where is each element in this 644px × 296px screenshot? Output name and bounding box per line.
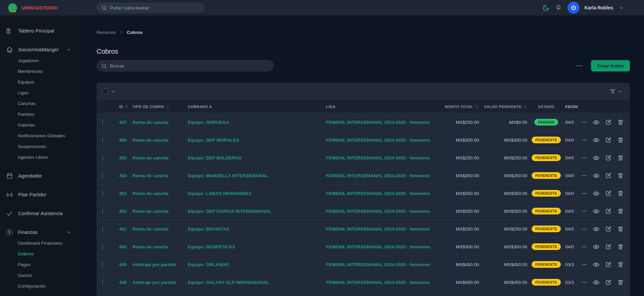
sidebar-subitem[interactable]: Ligas xyxy=(0,87,80,98)
sidebar-subitem[interactable]: Dashboard Financiero xyxy=(0,238,80,248)
delete-trash-icon[interactable] xyxy=(617,119,624,126)
column-header-id[interactable]: ID xyxy=(114,105,132,109)
sidebar-item-agendador[interactable]: Agendador xyxy=(0,170,80,181)
cell-liga[interactable]: FEMENIL INTERSEMANAL 2024-2025 - femenin… xyxy=(326,173,441,178)
sidebar-subitem[interactable]: Cobros xyxy=(0,248,80,259)
cell-id[interactable]: 452 xyxy=(114,209,132,214)
cell-id[interactable]: 453 xyxy=(114,191,132,196)
delete-trash-icon[interactable] xyxy=(617,226,624,232)
row-more-actions-icon[interactable] xyxy=(581,137,587,143)
cell-cobrado-a[interactable]: Equipo: ORLANDO xyxy=(188,262,326,267)
cell-tipo-de-cobro[interactable]: Renta de cancha xyxy=(132,138,188,143)
cell-id[interactable]: 450 xyxy=(114,244,132,249)
sidebar-subitem[interactable]: Gastos xyxy=(0,270,80,281)
sidebar-item-confirmar-asistencia[interactable]: Confirmar Asistencia xyxy=(0,208,80,219)
select-all-checkbox[interactable] xyxy=(102,89,108,94)
view-eye-icon[interactable] xyxy=(593,172,600,179)
cell-cobrado-a[interactable]: Equipo: LOBAS HERNANDEZ xyxy=(188,191,326,196)
cell-cobrado-a[interactable]: Equipo: BICHOTAS xyxy=(188,227,326,232)
row-checkbox[interactable] xyxy=(102,191,103,196)
edit-pencil-icon[interactable] xyxy=(605,243,612,250)
row-more-actions-icon[interactable] xyxy=(581,190,587,197)
sidebar-subitem[interactable]: Notificaciones Globales xyxy=(0,130,80,141)
sidebar-item-tablero-principal[interactable]: Tablero Principal xyxy=(0,26,80,36)
row-more-actions-icon[interactable] xyxy=(581,119,587,126)
row-more-actions-icon[interactable] xyxy=(581,155,587,161)
delete-trash-icon[interactable] xyxy=(617,261,624,268)
edit-pencil-icon[interactable] xyxy=(605,226,612,232)
edit-pencil-icon[interactable] xyxy=(605,172,612,179)
column-header-liga[interactable]: LIGA xyxy=(326,105,441,109)
cell-id[interactable]: 454 xyxy=(114,173,132,178)
column-header-estado[interactable]: ESTADO xyxy=(527,105,565,109)
cell-liga[interactable]: FEMENIL INTERSEMANAL 2024-2025 - femenin… xyxy=(326,138,441,143)
column-header-tipo[interactable]: TIPO DE COBRO xyxy=(132,105,188,109)
more-actions-icon[interactable] xyxy=(576,62,583,69)
row-more-actions-icon[interactable] xyxy=(581,172,587,179)
column-header-saldo-pendiente[interactable]: SALDO PENDIENTE xyxy=(479,105,527,109)
edit-pencil-icon[interactable] xyxy=(605,119,612,126)
sidebar-item-pitar-partido[interactable]: Pitar Partido! xyxy=(0,189,80,200)
row-more-actions-icon[interactable] xyxy=(581,226,587,232)
cell-tipo-de-cobro[interactable]: Renta de cancha xyxy=(132,244,188,249)
sidebar-group-soccerhubmanger[interactable]: SoccerHubManger xyxy=(0,44,80,55)
sidebar-subitem[interactable]: Configuración xyxy=(0,281,80,291)
sidebar-subitem[interactable]: Canchas xyxy=(0,98,80,109)
delete-trash-icon[interactable] xyxy=(617,137,624,143)
cell-cobrado-a[interactable]: Equipo: DEP MORALES xyxy=(188,138,326,143)
cell-id[interactable]: 449 xyxy=(114,262,132,267)
create-cobro-button[interactable]: Crear Cobro xyxy=(591,60,630,71)
delete-trash-icon[interactable] xyxy=(617,190,624,197)
cell-tipo-de-cobro[interactable]: Renta de cancha xyxy=(132,173,188,178)
view-eye-icon[interactable] xyxy=(593,226,600,233)
cell-cobrado-a[interactable]: Equipo: DESERTICAS xyxy=(188,244,326,249)
cell-id[interactable]: 455 xyxy=(114,155,132,160)
delete-trash-icon[interactable] xyxy=(617,172,624,179)
sidebar-group-finanzas[interactable]: $ Finanzas xyxy=(0,227,80,238)
row-checkbox[interactable] xyxy=(102,208,103,214)
delete-trash-icon[interactable] xyxy=(617,243,624,250)
cell-id[interactable]: 451 xyxy=(114,227,132,232)
view-eye-icon[interactable] xyxy=(593,243,600,250)
cell-tipo-de-cobro[interactable]: Arbitraje por partido xyxy=(132,280,188,285)
delete-trash-icon[interactable] xyxy=(617,208,624,214)
cell-id[interactable]: 448 xyxy=(114,280,132,285)
edit-pencil-icon[interactable] xyxy=(605,261,612,268)
cell-tipo-de-cobro[interactable]: Arbitraje por partido xyxy=(132,262,188,267)
row-checkbox[interactable] xyxy=(102,173,103,179)
row-checkbox[interactable] xyxy=(102,226,103,232)
cell-tipo-de-cobro[interactable]: Renta de cancha xyxy=(132,155,188,160)
cell-liga[interactable]: FEMENIL INTERSEMANAL 2024-2025 - femenin… xyxy=(326,120,441,125)
sidebar-subitem[interactable]: Partidos xyxy=(0,109,80,119)
row-more-actions-icon[interactable] xyxy=(581,279,587,286)
delete-trash-icon[interactable] xyxy=(617,279,624,286)
table-search-input[interactable]: Buscar xyxy=(97,60,274,71)
cell-liga[interactable]: FEMENIL INTERSEMANAL 2024-2025 - femenin… xyxy=(326,209,441,214)
cell-cobrado-a[interactable]: Equipo: DEP BALDERAS xyxy=(188,155,326,160)
cell-tipo-de-cobro[interactable]: Renta de cancha xyxy=(132,191,188,196)
cell-liga[interactable]: FEMENIL INTERSEMANAL 2024-2025 - femenin… xyxy=(326,155,441,160)
sidebar-subitem[interactable]: Jugadores xyxy=(0,55,80,66)
cell-id[interactable]: 457 xyxy=(114,120,132,125)
row-checkbox[interactable] xyxy=(102,280,103,285)
global-search-input[interactable]: Pulse / para buscar xyxy=(97,3,205,13)
view-eye-icon[interactable] xyxy=(593,190,600,197)
user-name[interactable]: Karla Robles xyxy=(584,5,613,10)
cell-liga[interactable]: FEMENIL INTERSEMANAL 2024-2025 - femenin… xyxy=(326,280,441,285)
row-more-actions-icon[interactable] xyxy=(581,208,587,214)
view-eye-icon[interactable] xyxy=(593,154,600,161)
cell-tipo-de-cobro[interactable]: Renta de cancha xyxy=(132,120,188,125)
sidebar-subitem[interactable]: Agentes Libres xyxy=(0,152,80,162)
dark-mode-toggle[interactable] xyxy=(542,4,549,11)
edit-pencil-icon[interactable] xyxy=(605,137,612,143)
row-checkbox[interactable] xyxy=(102,137,103,143)
column-header-fecha[interactable]: FECHA xyxy=(565,105,578,109)
cell-liga[interactable]: FEMENIL INTERSEMANAL 2024-2025 - femenin… xyxy=(326,262,441,267)
row-checkbox[interactable] xyxy=(102,262,103,267)
filter-button[interactable] xyxy=(609,88,623,95)
breadcrumb-parent[interactable]: Recursos xyxy=(97,30,116,35)
chevron-down-icon[interactable] xyxy=(111,89,115,94)
row-more-actions-icon[interactable] xyxy=(581,261,587,268)
edit-pencil-icon[interactable] xyxy=(605,208,612,214)
cell-cobrado-a[interactable]: Equipo: GALAXY ELP INERSEMANAL xyxy=(188,280,326,285)
